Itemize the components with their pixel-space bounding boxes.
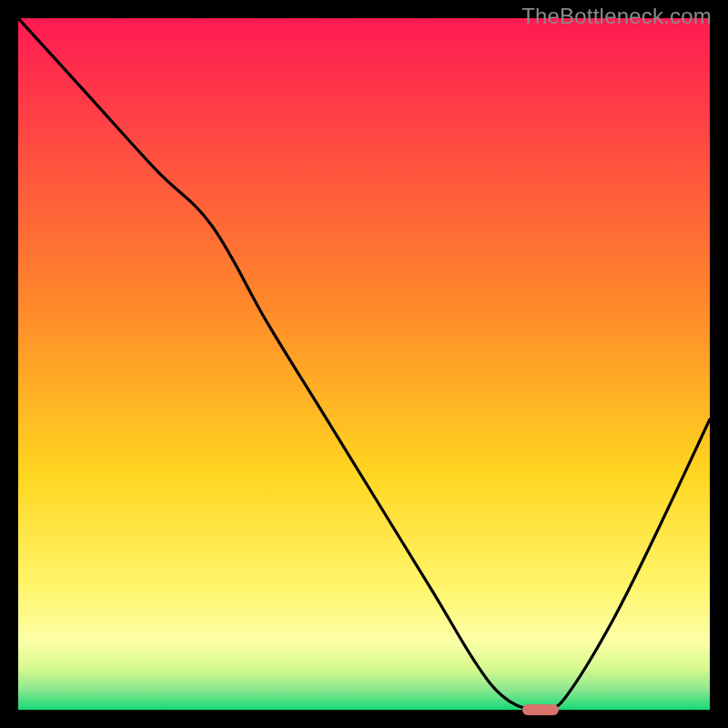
- bottleneck-curve: [18, 18, 710, 710]
- plot-area: [18, 18, 710, 710]
- chart-frame: TheBottleneck.com: [0, 0, 728, 728]
- optimal-marker: [522, 704, 559, 715]
- watermark-text: TheBottleneck.com: [521, 4, 712, 29]
